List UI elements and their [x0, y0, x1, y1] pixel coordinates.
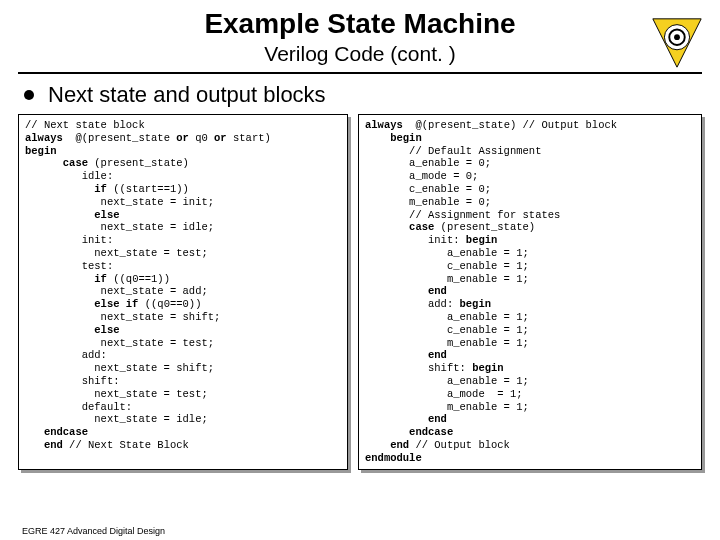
svg-point-2: [674, 34, 680, 40]
footer-text: EGRE 427 Advanced Digital Design: [22, 526, 165, 536]
code-block-right: always @(present_state) // Output block …: [358, 114, 702, 470]
header-divider: [18, 72, 702, 74]
slide-title: Example State Machine: [0, 8, 720, 40]
bullet-icon: [24, 90, 34, 100]
code-block-left: // Next state block always @(present_sta…: [18, 114, 348, 470]
bullet-item: Next state and output blocks: [0, 78, 720, 114]
logo-icon: [648, 14, 706, 72]
slide-subtitle: Verilog Code (cont. ): [0, 42, 720, 66]
bullet-text: Next state and output blocks: [48, 82, 326, 108]
